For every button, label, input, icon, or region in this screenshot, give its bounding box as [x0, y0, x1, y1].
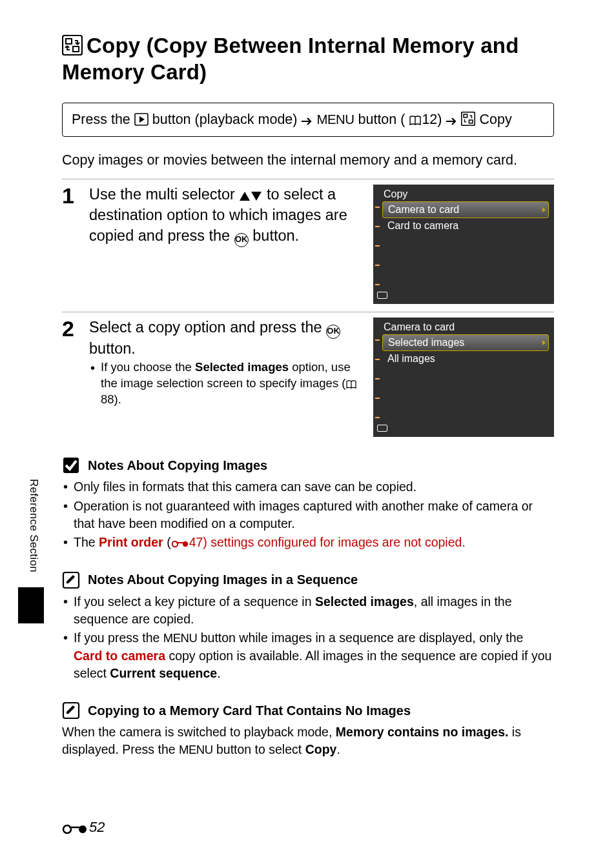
lcd1-item: Card to camera [382, 218, 549, 234]
svg-rect-2 [73, 46, 79, 52]
note2-b2: If you press the MENU button while image… [62, 629, 554, 682]
lcd2-item-selected: Selected images [382, 334, 549, 351]
pencil-note-icon [62, 701, 80, 720]
note-copying-images: Notes About Copying Images Only files in… [62, 456, 554, 551]
note3-heading: Copying to a Memory Card That Contains N… [88, 703, 411, 718]
note2-heading: Notes About Copying Images in a Sequence [88, 572, 358, 587]
note3-body: When the camera is switched to playback … [62, 723, 554, 759]
n2b1bold: Selected images [315, 594, 414, 609]
n2b2red: Card to camera [74, 649, 165, 663]
lcd-tick-icon [375, 245, 380, 247]
lcd-tick-icon [375, 378, 380, 379]
pencil-note-icon [62, 571, 80, 589]
lcd-tick-icon [375, 339, 380, 341]
press-mid2: button ( [358, 112, 406, 127]
note1-heading: Notes About Copying Images [88, 458, 267, 473]
intro-text: Copy images or movies between the intern… [62, 152, 554, 168]
lcd-card-icon [377, 292, 387, 299]
press-ref1: 12) [422, 112, 446, 127]
n1b3red: Print order [99, 535, 163, 549]
arrow-right-icon [446, 117, 457, 126]
note1-b1: Only files in formats that this camera c… [62, 478, 554, 496]
lcd1-item-selected: Camera to card [382, 201, 549, 218]
lcd-tick-icon [375, 359, 380, 360]
n2b2d: . [217, 666, 220, 680]
lcd2-item: All images [382, 351, 549, 367]
n3bold: Memory contains no images. [336, 725, 509, 739]
book-ref-icon [409, 116, 422, 126]
n2b1a: If you select a key picture of a sequenc… [74, 594, 315, 609]
step-number: 2 [62, 318, 77, 339]
section-label-vertical: Reference Section [27, 479, 40, 572]
copy-small-icon [461, 112, 475, 126]
lcd-tick-icon [375, 207, 380, 208]
lcd1-title: Copy [373, 185, 554, 201]
playback-button-icon [134, 113, 149, 126]
lcd-tick-icon [375, 417, 380, 418]
lcd-card-icon [377, 425, 387, 432]
press-mid1: button (playback mode) [152, 112, 302, 127]
step-2: 2 Select a copy option and press the OK … [62, 312, 554, 437]
n1b3ref: 47) settings configured for images are n… [189, 535, 466, 549]
s2sr: 88). [101, 392, 121, 406]
page-title: Copy (Copy Between Internal Memory and M… [62, 32, 554, 86]
title-text: Copy (Copy Between Internal Memory and M… [62, 34, 519, 84]
note2-b1: If you select a key picture of a sequenc… [62, 593, 554, 629]
caution-check-icon [62, 456, 80, 474]
n3c: button to select [213, 742, 305, 756]
svg-marker-8 [240, 192, 250, 201]
lcd-tick-icon [375, 398, 380, 399]
s2sbold: Selected images [195, 360, 289, 374]
note1-b3: The Print order (47) settings configured… [62, 534, 554, 551]
step-1-text: Use the multi selector to select a desti… [89, 185, 363, 247]
press-prefix: Press the [72, 112, 134, 127]
svg-marker-4 [139, 116, 145, 123]
down-triangle-icon [251, 191, 262, 201]
n2b2a: If you press the [74, 631, 163, 645]
ref-page-icon [62, 823, 88, 836]
step2-sub-item: If you choose the Selected images option… [89, 359, 363, 408]
s2sa: If you choose the [101, 360, 195, 374]
lcd-tick-icon [375, 226, 380, 227]
lcd-tick-icon [375, 265, 380, 266]
step2-a: Select a copy option and press the [89, 319, 326, 336]
n3d: . [336, 742, 340, 756]
n2b2bold: Current sequence [110, 666, 217, 680]
step-1: 1 Use the multi selector to select a des… [62, 179, 554, 304]
lcd-screen-2: Camera to card Selected images All image… [373, 318, 554, 437]
ok-button-icon: OK [326, 325, 340, 339]
svg-rect-6 [464, 114, 468, 117]
svg-rect-10 [63, 458, 79, 473]
lcd-screen-1: Copy Camera to card Card to camera [373, 185, 554, 304]
step-number: 1 [62, 185, 77, 207]
section-tab [18, 587, 44, 623]
n1b3a: The [74, 535, 99, 549]
step2-sub: If you choose the Selected images option… [89, 359, 363, 408]
n3a: When the camera is switched to playback … [62, 725, 336, 739]
n1b3b: ( [163, 535, 171, 549]
lcd-tick-icon [375, 284, 380, 285]
lcd2-title: Camera to card [373, 318, 554, 334]
page-number: 52 [62, 819, 105, 836]
svg-rect-7 [469, 120, 473, 123]
n3bold2: Copy [305, 742, 337, 756]
n2b2b: button while images in a sequence are di… [197, 631, 523, 645]
menu-button-label: MENU [316, 112, 354, 126]
page-number-value: 52 [89, 819, 105, 836]
press-suffix: Copy [479, 112, 511, 127]
n3menu: MENU [179, 743, 213, 756]
nav-path-box: Press the button (playback mode) MENU bu… [62, 103, 554, 137]
up-triangle-icon [239, 191, 251, 201]
note-sequence: Notes About Copying Images in a Sequence… [62, 571, 554, 682]
arrow-right-icon [301, 117, 313, 126]
note-empty-card: Copying to a Memory Card That Contains N… [62, 701, 554, 759]
note1-b2: Operation is not guaranteed with images … [62, 498, 554, 533]
step1-a: Use the multi selector [89, 186, 239, 203]
ok-button-icon: OK [234, 233, 249, 247]
step-2-text: Select a copy option and press the OK bu… [89, 318, 363, 359]
svg-rect-1 [66, 39, 72, 44]
copy-icon [62, 35, 83, 56]
ref-link-icon [171, 540, 189, 549]
n2b2menu: MENU [163, 631, 198, 645]
step2-b: button. [89, 340, 136, 357]
